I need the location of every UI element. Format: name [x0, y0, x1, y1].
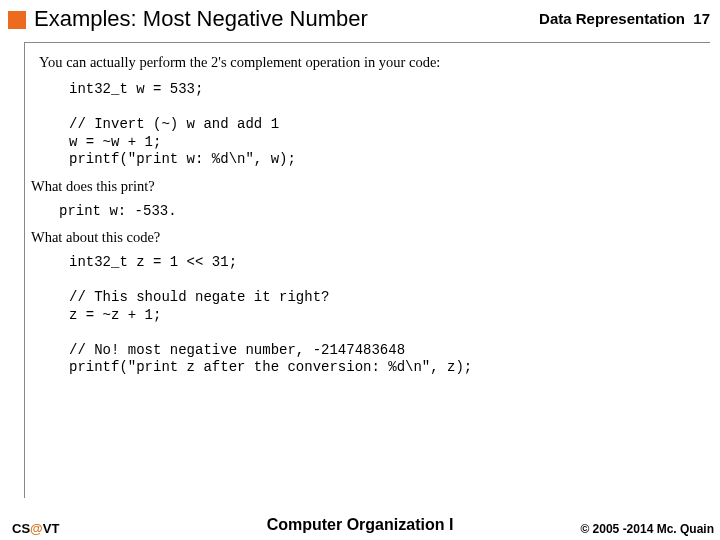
org-at: @ — [30, 521, 43, 536]
slide-header: Examples: Most Negative Number Data Repr… — [0, 0, 720, 36]
code-line: printf("print w: %d\n", w); — [69, 151, 296, 167]
output-1: print w: -533. — [59, 203, 700, 221]
chapter-label: Data Representation 17 — [539, 6, 710, 27]
chapter-text: Data Representation — [539, 10, 685, 27]
code-line: z = ~z + 1; — [69, 307, 161, 323]
slide-footer: CS@VT Computer Organization I © 2005 -20… — [0, 521, 720, 536]
slide-title: Examples: Most Negative Number — [34, 6, 368, 32]
code-line: int32_t z = 1 << 31; — [69, 254, 237, 270]
title-group: Examples: Most Negative Number — [8, 6, 368, 32]
code-line: // Invert (~) w and add 1 — [69, 116, 279, 132]
question-2: What about this code? — [31, 228, 700, 246]
footer-course: Computer Organization I — [267, 516, 454, 534]
org-suffix: VT — [43, 521, 60, 536]
code-line: w = ~w + 1; — [69, 134, 161, 150]
code-line: int32_t w = 533; — [69, 81, 203, 97]
code-line: // This should negate it right? — [69, 289, 329, 305]
org-prefix: CS — [12, 521, 30, 536]
code-block-1: int32_t w = 533; // Invert (~) w and add… — [69, 81, 700, 169]
question-1: What does this print? — [31, 177, 700, 195]
intro-text: You can actually perform the 2's complem… — [39, 53, 700, 71]
page-number: 17 — [693, 10, 710, 27]
code-line: printf("print z after the conversion: %d… — [69, 359, 472, 375]
footer-copyright: © 2005 -2014 Mc. Quain — [580, 522, 714, 536]
content-area: You can actually perform the 2's complem… — [24, 42, 710, 498]
footer-org: CS@VT — [12, 521, 59, 536]
code-line: // No! most negative number, -2147483648 — [69, 342, 405, 358]
code-block-2: int32_t z = 1 << 31; // This should nega… — [69, 254, 700, 377]
bullet-icon — [8, 11, 26, 29]
